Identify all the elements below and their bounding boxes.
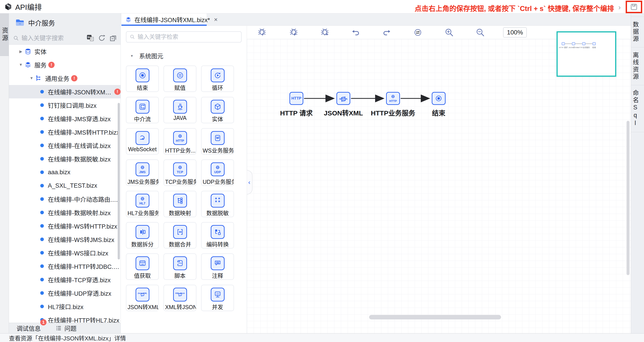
convert-icon xyxy=(211,225,224,239)
tree-item[interactable]: HL7接口.bizx xyxy=(9,300,120,313)
tree-item[interactable]: 在线编排-WS接口.bizx xyxy=(9,246,120,260)
tree-item[interactable]: A_SXL_TEST.bizx xyxy=(9,179,120,192)
tab-problems[interactable]: 问题 xyxy=(56,324,76,332)
toolbar-zoom-out-icon[interactable] xyxy=(475,27,486,38)
sidebar-tab-offline-resources[interactable]: 离线资源 xyxy=(631,48,644,85)
toolbar-undo-icon[interactable] xyxy=(351,27,361,38)
palette-item-flowchart[interactable]: 中介流 xyxy=(126,97,159,123)
layers-icon xyxy=(125,16,132,23)
canvas-horizontal-scrollbar[interactable] xyxy=(369,315,501,320)
palette-item-mapping[interactable]: 数据映射 xyxy=(164,191,196,217)
flow-node-3[interactable]: HTTP xyxy=(386,92,400,105)
palette-item-java[interactable]: JAVA xyxy=(164,97,196,123)
sidebar-tab-datasource[interactable]: 数据源 xyxy=(631,16,644,48)
palette-item-globe[interactable]: JMSJMS业务服务 xyxy=(126,160,159,186)
palette-item-docw[interactable]: WS业务服务 xyxy=(201,128,234,154)
bullet-dot-icon xyxy=(40,251,44,254)
close-tab-icon[interactable]: × xyxy=(214,16,218,23)
minimap-arrow xyxy=(575,44,582,44)
flow-canvas[interactable]: 100% HTTPHTTP 请求Json-XMLJSON转XMLHTTPHTTP… xyxy=(247,26,631,333)
tree-item[interactable]: 在线编排-JMS穿透.bizx xyxy=(9,112,120,125)
tree-item[interactable]: 在线编排-HTTP转JDBC.bizx xyxy=(9,260,120,273)
palette-section-header[interactable]: ▼ 系统图元 xyxy=(121,52,247,60)
toolbar-debug-lightning-icon[interactable] xyxy=(257,27,267,38)
error-badge: ! xyxy=(114,88,120,95)
collapse-all-icon[interactable] xyxy=(109,34,118,42)
tree-item[interactable]: 钉钉接口调用.bizx xyxy=(9,98,120,112)
palette-item-globe[interactable]: TCPTCP业务服务 xyxy=(164,160,196,186)
toolbar-debug-play-icon[interactable] xyxy=(289,27,299,38)
flow-node-2[interactable]: Json-XML xyxy=(336,92,350,105)
tree-item[interactable]: 在线编排-中介动态路由.bizx xyxy=(9,192,120,206)
flow-node-1[interactable]: HTTP xyxy=(290,92,303,105)
minimap[interactable]: HTTP 请求JSON转XMLHTTP业务服务结束 xyxy=(556,31,616,77)
collapse-palette-handle[interactable]: ‹ xyxy=(247,170,252,194)
canvas-grid[interactable]: HTTPHTTP 请求Json-XMLJSON转XMLHTTPHTTP业务服务结… xyxy=(247,39,631,333)
translate-icon[interactable]: En文 xyxy=(86,34,94,42)
palette-item-jsonxml[interactable]: XML-JsonXML转JSON xyxy=(164,285,196,311)
chevron-down-icon[interactable]: ▼ xyxy=(18,63,24,67)
jsonxml-icon: XML-Json xyxy=(173,288,187,302)
toolbar-auto-layout-icon[interactable] xyxy=(413,27,423,38)
palette-item-equals[interactable]: 赋值 xyxy=(164,66,196,92)
toolbar-zoom-in-icon[interactable] xyxy=(444,27,454,38)
palette-item-mask[interactable]: ****数据脱敏 xyxy=(201,191,234,217)
tab-debug-info[interactable]: 调试信息 xyxy=(16,324,41,332)
error-badge: ! xyxy=(71,75,78,82)
palette-item-websocket[interactable]: WebSocket xyxy=(126,128,159,154)
svg-text:</>: </> xyxy=(216,292,219,295)
tree-item[interactable]: 在线编排-UDP穿透.bizx xyxy=(9,286,120,300)
palette-item-value[interactable]: (x)值获取 xyxy=(126,254,159,280)
tree-item[interactable]: 在线编排-在线调试.bizx xyxy=(9,139,120,152)
canvas-vertical-scrollbar[interactable] xyxy=(626,121,630,275)
palette-item-cube[interactable]: 实体 xyxy=(201,97,234,123)
palette-item-loop[interactable]: 循环 xyxy=(201,66,234,92)
tree-item[interactable]: 在线编排-JMS转HTTP.bizx xyxy=(9,125,120,139)
palette-item-merge[interactable]: 数据合并 xyxy=(164,222,196,248)
palette-item-split[interactable]: 数据拆分 xyxy=(126,222,159,248)
refresh-icon[interactable] xyxy=(98,34,106,42)
merge-icon xyxy=(173,225,187,239)
tree-scrollbar[interactable] xyxy=(118,103,120,260)
tree-item[interactable]: ▼通用业务! xyxy=(9,72,120,85)
palette-item-globe[interactable]: UDPUDP业务服务 xyxy=(201,160,234,186)
palette-item-label: 循环 xyxy=(202,84,234,92)
toolbar-redo-icon[interactable] xyxy=(382,27,392,38)
comment-icon xyxy=(211,256,224,270)
flow-node-4[interactable] xyxy=(432,92,446,105)
save-button[interactable] xyxy=(626,1,642,13)
sidebar-tab-resources[interactable]: 资源 xyxy=(0,14,9,56)
palette-item-concurrent[interactable]: </>并发 xyxy=(201,285,234,311)
palette-item-label: 注释 xyxy=(202,271,234,279)
palette-item-globe[interactable]: HTTPHTTP业务... xyxy=(164,128,196,154)
palette-item-comment[interactable]: 注释 xyxy=(201,254,234,280)
tree-item[interactable]: 在线编排-数据脱敏.bizx xyxy=(9,152,120,166)
tree-item[interactable]: ▼服务! xyxy=(9,58,120,72)
split-icon xyxy=(136,225,150,239)
tree-item[interactable]: ▶实体 xyxy=(9,45,120,58)
minimap-node xyxy=(572,42,575,45)
tree-item[interactable]: 在线编排-数据映射.bizx xyxy=(9,206,120,219)
sidebar-tab-named-sql[interactable]: 命名Sql xyxy=(631,85,644,132)
palette-item-script[interactable]: </>脚本 xyxy=(164,254,196,280)
palette-item-stop[interactable]: 结束 xyxy=(126,66,159,92)
palette-search-input[interactable] xyxy=(138,34,238,40)
tree-item[interactable]: aaa.bizx xyxy=(9,166,120,179)
palette-item-convert[interactable]: 编码转换 xyxy=(201,222,234,248)
explorer-title: 中介服务 xyxy=(28,18,55,28)
palette-item-jsonxml[interactable]: Json-XMLJSON转XML xyxy=(126,285,159,311)
zoom-level-display[interactable]: 100% xyxy=(503,27,527,38)
chevron-right-icon[interactable]: › xyxy=(618,3,621,12)
tree-item[interactable]: 在线编排-JSON转XML.bizx! xyxy=(9,85,120,98)
chevron-down-icon[interactable]: ▼ xyxy=(28,76,35,80)
svg-text:文: 文 xyxy=(90,38,93,40)
tree-item[interactable]: 在线编排-TCP穿透.bizx xyxy=(9,273,120,286)
tree-item[interactable]: 在线编排-HTTP转HL7.bizx xyxy=(9,313,120,323)
chevron-right-icon[interactable]: ▶ xyxy=(18,49,24,54)
toolbar-debug-step-icon[interactable] xyxy=(320,27,330,38)
tree-item[interactable]: 在线编排-WS转JMS.bizx xyxy=(9,232,120,246)
editor-tab-active[interactable]: 在线编排-JSON转XML.bizx* × xyxy=(122,14,207,26)
tree-item[interactable]: 在线编排-WS转HTTP.bizx xyxy=(9,219,120,232)
svg-text:</>: </> xyxy=(179,262,182,264)
palette-item-globe[interactable]: HL7HL7业务服务 xyxy=(126,191,159,217)
